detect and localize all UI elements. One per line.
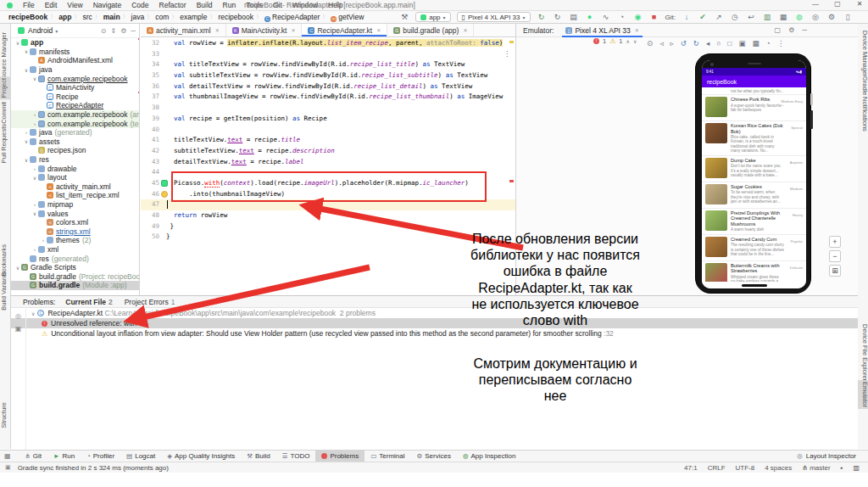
zoom-out-button[interactable]: −: [829, 250, 841, 262]
chevron-expanded-icon[interactable]: ∨: [23, 138, 30, 144]
breadcrumb-item-recipebook[interactable]: recipebook: [218, 13, 253, 21]
git-commit-icon[interactable]: ✔: [698, 13, 708, 21]
phone-screen[interactable]: 9:41 ▾▴▮ recipeBook not be what you typi…: [702, 60, 806, 288]
tree-row[interactable]: ∨layout: [11, 173, 139, 182]
zoom-fit-button[interactable]: ⊞: [829, 265, 841, 277]
tool-window-button-app-inspection[interactable]: ◍App Inspection: [457, 451, 521, 462]
status-bar-widget[interactable]: 47:1: [684, 464, 698, 472]
git-push-icon[interactable]: ↗: [714, 13, 724, 21]
menu-refactor[interactable]: Refactor: [154, 1, 192, 9]
editor-tab-recipeadapter-kt[interactable]: CRecipeAdapter.kt✕: [302, 24, 387, 36]
preview-eye-icon[interactable]: ◎: [15, 312, 21, 320]
chevron-expanded-icon[interactable]: ∨: [31, 76, 38, 81]
chevron-expanded-icon[interactable]: ∨: [23, 67, 30, 73]
tree-row[interactable]: {}recipes.json: [11, 146, 139, 155]
hide-panel-icon[interactable]: ─: [131, 27, 136, 35]
layout-inspector-button[interactable]: ◎ Layout Inspector: [797, 452, 856, 460]
editor-tab-build-gradle-app-[interactable]: Gbuild.gradle (app)✕: [387, 24, 474, 36]
tree-row[interactable]: ∨values: [11, 209, 139, 218]
tool-strip-item-pull-requests[interactable]: Pull Requests: [0, 122, 11, 165]
tool-window-button-logcat[interactable]: ▤Logcat: [120, 451, 161, 462]
recipe-list-item[interactable]: Korean Rice Cakes (Dok Bok)Rice cake, ca…: [702, 121, 806, 156]
tree-row[interactable]: ≺activity_main.xml: [11, 182, 139, 192]
tool-window-button-problems[interactable]: Problems: [315, 451, 364, 462]
home-icon[interactable]: ○: [716, 39, 721, 48]
error-stripe-mark[interactable]: [509, 180, 514, 182]
warning-stripe-mark[interactable]: [509, 41, 514, 43]
run-config-selector[interactable]: app▾: [415, 12, 450, 22]
tree-row[interactable]: ∨GGradle Scripts: [11, 263, 139, 272]
run-list-icon[interactable]: ▤: [569, 13, 579, 21]
zoom-in-button[interactable]: +: [829, 236, 841, 248]
volume-up-icon[interactable]: ▹: [670, 39, 673, 48]
attach-debugger-icon[interactable]: ∿: [601, 13, 611, 21]
recipe-list-item[interactable]: Pretzel Dumplings With Creamed Chanterel…: [702, 209, 806, 235]
search-everywhere-icon[interactable]: ◎: [810, 13, 821, 21]
breadcrumb-item-recipeadapter[interactable]: CRecipeAdapter: [264, 13, 320, 22]
recipe-list-item[interactable]: Creamed Candy CornThe resulting candy co…: [702, 235, 806, 261]
tool-strip-item-device-manager[interactable]: Device Manager: [858, 29, 868, 79]
breadcrumb-item-example[interactable]: example: [180, 13, 207, 21]
more-options-icon[interactable]: ⋮: [777, 39, 785, 48]
rotate-left-icon[interactable]: ↺: [681, 39, 687, 48]
tree-row[interactable]: ≺list_item_recipe.xml: [11, 191, 139, 200]
problems-tab-current-file[interactable]: Current File2: [65, 298, 112, 306]
chevron-collapsed-icon[interactable]: ›: [31, 112, 38, 117]
emulator-phone[interactable]: 9:41 ▾▴▮ recipeBook not be what you typi…: [695, 53, 811, 294]
rotate-right-icon[interactable]: ↻: [693, 39, 699, 48]
recipe-list-item[interactable]: Dump CakeDon't let the name scare you. I…: [702, 156, 806, 182]
breadcrumb-item-app[interactable]: app: [58, 13, 71, 21]
chevron-expanded-icon[interactable]: ∨: [31, 175, 38, 181]
chevron-expanded-icon[interactable]: ∨: [31, 311, 35, 316]
tool-strip-item-project[interactable]: Project: [0, 76, 11, 99]
device-selector[interactable]: ▯Pixel 4 XL API 33▾: [457, 12, 531, 22]
tree-row[interactable]: ∨com.example.recipebook: [11, 74, 139, 83]
record-icon[interactable]: ▦: [753, 39, 760, 48]
profile-app-icon[interactable]: ◉: [633, 13, 643, 21]
group-by-icon[interactable]: ▣: [15, 325, 22, 333]
project-view-mode[interactable]: Android: [28, 26, 53, 35]
problems-tab-project-errors[interactable]: Project Errors1: [125, 298, 175, 306]
tree-row[interactable]: ∨java: [11, 65, 139, 75]
chevron-collapsed-icon[interactable]: ›: [31, 202, 38, 207]
history-icon[interactable]: ◷: [730, 13, 740, 21]
device-manager-icon[interactable]: ▥: [762, 13, 772, 21]
emulator-settings-icon[interactable]: ⚙: [788, 26, 794, 34]
chevron-expanded-icon[interactable]: ∨: [31, 210, 38, 216]
chevron-collapsed-icon[interactable]: ›: [31, 166, 38, 171]
tree-row[interactable]: ≺strings.xml: [11, 227, 139, 236]
close-icon[interactable]: ✕: [463, 27, 467, 33]
status-bar-widget[interactable]: ▪: [841, 464, 843, 472]
tool-strip-item-emulator[interactable]: Emulator: [858, 380, 868, 409]
rollback-icon[interactable]: ↩: [746, 13, 756, 21]
tree-row[interactable]: ›drawable: [11, 164, 139, 173]
status-bar-widget[interactable]: ▥: [853, 464, 860, 472]
status-bar-widget[interactable]: UTF-8: [736, 464, 755, 472]
close-icon[interactable]: ✕: [376, 27, 381, 33]
breadcrumb-item-com[interactable]: com: [155, 13, 169, 21]
close-icon[interactable]: ✕: [215, 27, 220, 33]
tool-strip-item-notifications[interactable]: Notifications: [858, 95, 868, 133]
profiler-icon[interactable]: ◔: [617, 13, 627, 21]
tool-window-button-terminal[interactable]: ▭Terminal: [364, 451, 410, 462]
tool-window-button-profiler[interactable]: ◔Profiler: [81, 451, 120, 462]
status-bar-widget[interactable]: CRLF: [708, 464, 726, 472]
overview-icon[interactable]: □: [727, 39, 732, 48]
chevron-expanded-icon[interactable]: ∨: [14, 265, 21, 271]
close-icon[interactable]: ✕: [635, 27, 639, 33]
tree-row[interactable]: Gbuild.gradle(Project: recipeBook): [11, 271, 139, 281]
breadcrumb-item-main[interactable]: main: [103, 13, 120, 21]
layout-inspector-icon[interactable]: ▦: [778, 13, 788, 21]
next-problem-icon[interactable]: ∨: [633, 38, 637, 44]
status-bar-widget[interactable]: 4 spaces: [765, 464, 792, 472]
tool-window-button-git[interactable]: ⋔Git: [19, 451, 48, 462]
tree-row[interactable]: res(generated): [11, 254, 139, 263]
tool-windows-icon[interactable]: ▦: [4, 452, 11, 460]
screenshot-icon[interactable]: ▣: [739, 39, 746, 48]
chevron-collapsed-icon[interactable]: ›: [23, 130, 30, 135]
sidebar-toggle-icon[interactable]: ▯: [843, 13, 853, 21]
menu-view[interactable]: View: [62, 1, 87, 9]
chevron-expanded-icon[interactable]: ∨: [23, 157, 30, 163]
breadcrumb-item-recipebook[interactable]: recipeBook: [8, 13, 47, 21]
tree-row[interactable]: ∨res: [11, 155, 139, 165]
